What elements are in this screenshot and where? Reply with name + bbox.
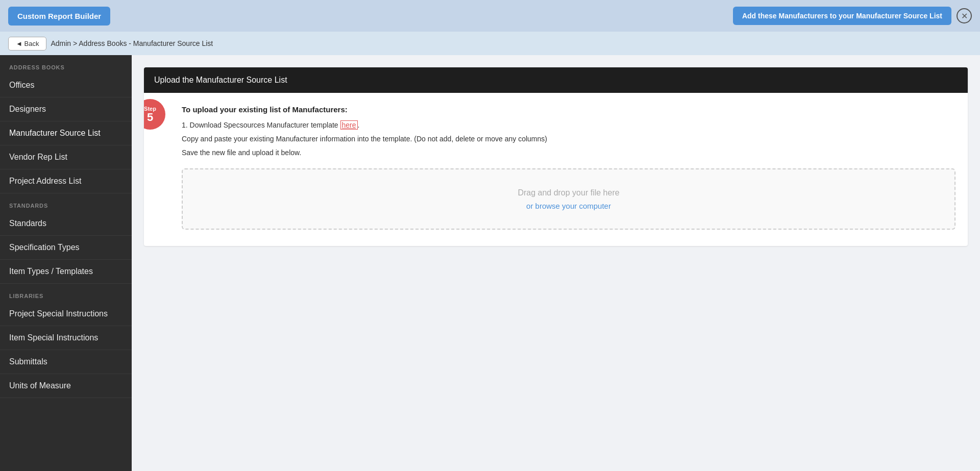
main-layout: ADDRESS BOOKS Offices Designers Manufact… <box>0 55 980 471</box>
instruction-1-text-before: 1. Download Specsources Manufacturer tem… <box>182 121 340 129</box>
breadcrumb: Admin > Address Books - Manufacturer Sou… <box>51 39 213 47</box>
instruction-3: Save the new file and upload it below. <box>182 147 955 158</box>
sidebar-item-offices[interactable]: Offices <box>0 73 132 97</box>
back-button[interactable]: ◄ Back <box>8 37 46 51</box>
close-button[interactable]: ✕ <box>957 8 972 23</box>
instructions-title: To upload your existing list of Manufact… <box>182 105 955 114</box>
libraries-section-label: LIBRARIES <box>0 284 132 302</box>
address-books-section-label: ADDRESS BOOKS <box>0 55 132 73</box>
sidebar-item-units-of-measure[interactable]: Units of Measure <box>0 374 132 398</box>
drop-zone-text: Drag and drop your file here <box>518 188 619 197</box>
instruction-1: 1. Download Specsources Manufacturer tem… <box>182 120 955 131</box>
sidebar-item-designers[interactable]: Designers <box>0 97 132 121</box>
header-right-actions: Add these Manufacturers to your Manufact… <box>733 7 972 25</box>
sidebar-item-standards[interactable]: Standards <box>0 212 132 236</box>
add-manufacturers-button[interactable]: Add these Manufacturers to your Manufact… <box>733 7 951 25</box>
sidebar-item-submittals[interactable]: Submittals <box>0 350 132 374</box>
sidebar-item-vendor-rep-list[interactable]: Vendor Rep List <box>0 145 132 169</box>
sidebar-item-item-types-templates[interactable]: Item Types / Templates <box>0 260 132 284</box>
sidebar-item-project-address-list[interactable]: Project Address List <box>0 169 132 193</box>
sidebar-item-manufacturer-source-list[interactable]: Manufacturer Source List <box>0 121 132 145</box>
instructions-list: 1. Download Specsources Manufacturer tem… <box>182 120 955 158</box>
step-number: 5 <box>147 112 153 123</box>
upload-card-header: Upload the Manufacturer Source List <box>144 67 968 93</box>
sidebar-item-project-special-instructions[interactable]: Project Special Instructions <box>0 302 132 326</box>
browse-computer-link[interactable]: or browse your computer <box>526 202 611 210</box>
instructions-area: To upload your existing list of Manufact… <box>182 105 955 230</box>
download-template-link[interactable]: here <box>340 120 358 130</box>
instruction-1-text-after: . <box>358 121 360 129</box>
custom-report-button[interactable]: Custom Report Builder <box>8 7 110 26</box>
upload-card-body: Step 5 To upload your existing list of M… <box>144 93 968 246</box>
sidebar: ADDRESS BOOKS Offices Designers Manufact… <box>0 55 132 471</box>
instruction-2: Copy and paste your existing Manufacture… <box>182 134 955 144</box>
top-header: Custom Report Builder Add these Manufact… <box>0 0 980 32</box>
sidebar-item-specification-types[interactable]: Specification Types <box>0 236 132 260</box>
step-badge: Step 5 <box>144 99 165 130</box>
content-area: Upload the Manufacturer Source List Step… <box>132 55 980 471</box>
standards-section-label: STANDARDS <box>0 193 132 212</box>
file-drop-zone[interactable]: Drag and drop your file here or browse y… <box>182 168 955 230</box>
nav-bar: ◄ Back Admin > Address Books - Manufactu… <box>0 32 980 55</box>
upload-card: Upload the Manufacturer Source List Step… <box>144 67 968 246</box>
sidebar-item-item-special-instructions[interactable]: Item Special Instructions <box>0 326 132 350</box>
